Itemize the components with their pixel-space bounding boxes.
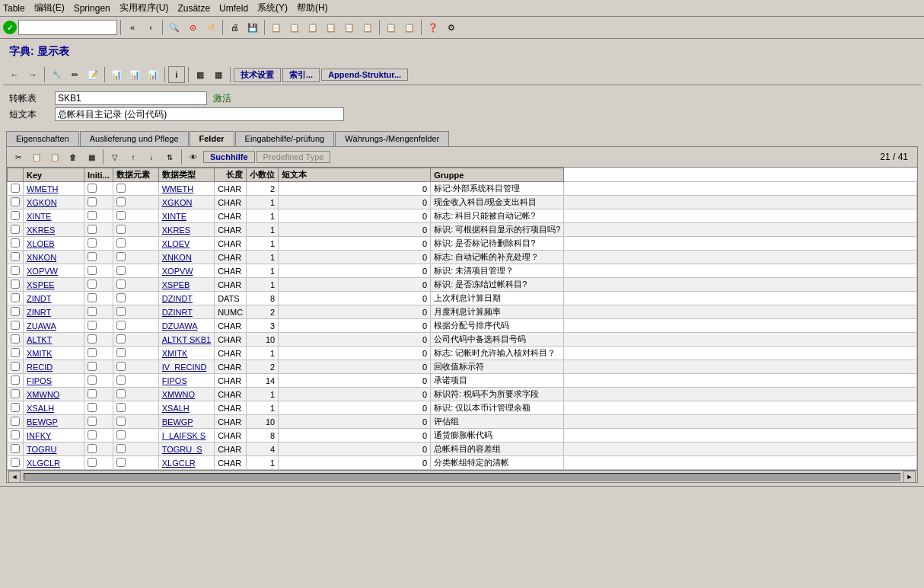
field-name-link[interactable]: WMETH: [27, 184, 59, 193]
init-checkbox[interactable]: [116, 197, 126, 206]
init-cell[interactable]: [113, 415, 158, 429]
key-cell[interactable]: [84, 388, 113, 401]
init-cell[interactable]: [113, 182, 158, 196]
key-checkbox[interactable]: [88, 417, 97, 426]
key-checkbox[interactable]: [88, 184, 97, 193]
save-button[interactable]: 💾: [244, 19, 261, 36]
init-checkbox[interactable]: [116, 225, 126, 234]
row-checkbox-cell[interactable]: [8, 209, 24, 223]
dataelem-link[interactable]: WMETH: [162, 184, 194, 193]
row-checkbox-cell[interactable]: [8, 388, 24, 401]
init-checkbox[interactable]: [116, 458, 126, 467]
key-cell[interactable]: [84, 360, 113, 374]
menu-item-help[interactable]: 帮助(H): [297, 2, 328, 14]
tab-auslieferung[interactable]: Auslieferung und Pflege: [80, 131, 189, 146]
table-row[interactable]: WMETH WMETH CHAR 2 0 标记:外部系统科目管理: [8, 182, 917, 196]
init-cell[interactable]: [113, 292, 158, 305]
tech-settings-button[interactable]: 技术设置: [234, 68, 281, 82]
table-row[interactable]: ZUAWA DZUAWA CHAR 3 0 根据分配号排序代码: [8, 319, 917, 333]
row-checkbox[interactable]: [11, 417, 20, 426]
init-checkbox[interactable]: [116, 348, 126, 357]
sort-desc-btn[interactable]: ↓: [143, 149, 160, 165]
key-cell[interactable]: [84, 319, 113, 333]
row-checkbox-cell[interactable]: [8, 319, 24, 333]
table-row[interactable]: XSPEE XSPEB CHAR 1 0 标识: 是否冻结过帐科目?: [8, 278, 917, 292]
cut-btn[interactable]: ✂: [10, 149, 27, 165]
search-button[interactable]: 🔍: [166, 19, 183, 36]
append-struktur-button[interactable]: Append-Struktur...: [321, 69, 408, 81]
t1[interactable]: 🔧: [48, 66, 65, 83]
tab-felder[interactable]: Felder: [190, 131, 234, 146]
t5[interactable]: 📊: [126, 66, 143, 83]
col-header-init[interactable]: Initi...: [84, 168, 113, 182]
init-checkbox[interactable]: [116, 307, 126, 316]
dataelem-link[interactable]: XKRES: [162, 225, 190, 235]
col-header-gruppe[interactable]: Gruppe: [431, 168, 564, 182]
init-cell[interactable]: [113, 443, 158, 456]
dataelem-link[interactable]: BEWGP: [162, 417, 193, 427]
row-checkbox-cell[interactable]: [8, 429, 24, 443]
row-checkbox-cell[interactable]: [8, 333, 24, 347]
row-checkbox[interactable]: [11, 334, 20, 344]
stop-button[interactable]: ⊘: [184, 19, 201, 36]
key-cell[interactable]: [84, 456, 113, 470]
field-name-link[interactable]: TOGRU: [27, 445, 57, 454]
dataelem-link[interactable]: XMWNO: [162, 390, 195, 399]
row-checkbox-cell[interactable]: [8, 443, 24, 456]
sort-btn[interactable]: ⇅: [161, 149, 178, 165]
init-checkbox[interactable]: [116, 252, 126, 261]
init-cell[interactable]: [113, 360, 158, 374]
dataelem-link[interactable]: XOPVW: [162, 267, 193, 276]
key-checkbox[interactable]: [88, 389, 97, 398]
key-cell[interactable]: [84, 415, 113, 429]
dataelem-link[interactable]: I_LAIFSK S: [162, 431, 206, 440]
field-name-link[interactable]: INFKY: [27, 431, 51, 440]
btn6[interactable]: 📋: [359, 19, 376, 36]
table-row[interactable]: BEWGP BEWGP CHAR 10 0 评估组: [8, 415, 917, 429]
horizontal-scrollbar[interactable]: [24, 473, 900, 481]
key-checkbox[interactable]: [88, 444, 97, 453]
table-row[interactable]: RECID IV_RECIND CHAR 2 0 回收值标示符: [8, 360, 917, 374]
init-checkbox[interactable]: [116, 334, 126, 344]
row-checkbox[interactable]: [11, 266, 20, 275]
dataelem-link[interactable]: XNKON: [162, 253, 192, 262]
init-cell[interactable]: [113, 388, 158, 401]
table-row[interactable]: XOPVW XOPVW CHAR 1 0 标识: 未清项目管理？: [8, 264, 917, 278]
init-checkbox[interactable]: [116, 321, 126, 330]
col-header-datatype[interactable]: 数据类型: [158, 168, 214, 182]
init-cell[interactable]: [113, 251, 158, 264]
row-checkbox[interactable]: [11, 252, 20, 261]
key-cell[interactable]: [84, 223, 113, 237]
init-checkbox[interactable]: [116, 389, 126, 398]
field-name-link[interactable]: XSALH: [27, 404, 54, 413]
btn7[interactable]: 📋: [383, 19, 400, 36]
row-checkbox[interactable]: [11, 293, 20, 302]
short-text-input[interactable]: [55, 107, 344, 121]
key-checkbox[interactable]: [88, 348, 97, 357]
row-checkbox[interactable]: [11, 321, 20, 330]
key-cell[interactable]: [84, 264, 113, 278]
key-cell[interactable]: [84, 429, 113, 443]
dataelem-link[interactable]: XLGCLR: [162, 459, 196, 468]
key-checkbox[interactable]: [88, 430, 97, 439]
key-checkbox[interactable]: [88, 403, 97, 412]
key-checkbox[interactable]: [88, 321, 97, 330]
key-checkbox[interactable]: [88, 293, 97, 302]
init-cell[interactable]: [113, 333, 158, 347]
init-checkbox[interactable]: [116, 266, 126, 275]
paste-btn[interactable]: 📋: [46, 149, 63, 165]
t6[interactable]: 📊: [145, 66, 161, 83]
predefined-type-button[interactable]: Predefined Type: [256, 151, 331, 163]
grid1[interactable]: ▦: [192, 66, 209, 83]
key-cell[interactable]: [84, 278, 113, 292]
key-checkbox[interactable]: [88, 266, 97, 275]
nav-prev-button[interactable]: ‹: [142, 19, 159, 36]
init-cell[interactable]: [113, 374, 158, 388]
btn5[interactable]: 📋: [341, 19, 358, 36]
table-row[interactable]: XNKON XNKON CHAR 1 0 标志: 自动记帐的补充处理？: [8, 251, 917, 264]
key-cell[interactable]: [84, 443, 113, 456]
transfer-table-input[interactable]: [55, 91, 207, 105]
btn1[interactable]: 📋: [268, 19, 285, 36]
row-checkbox-cell[interactable]: [8, 347, 24, 360]
table-row[interactable]: XMITK XMITK CHAR 1 0 标志: 记帐时允许输入核对科目？: [8, 347, 917, 360]
